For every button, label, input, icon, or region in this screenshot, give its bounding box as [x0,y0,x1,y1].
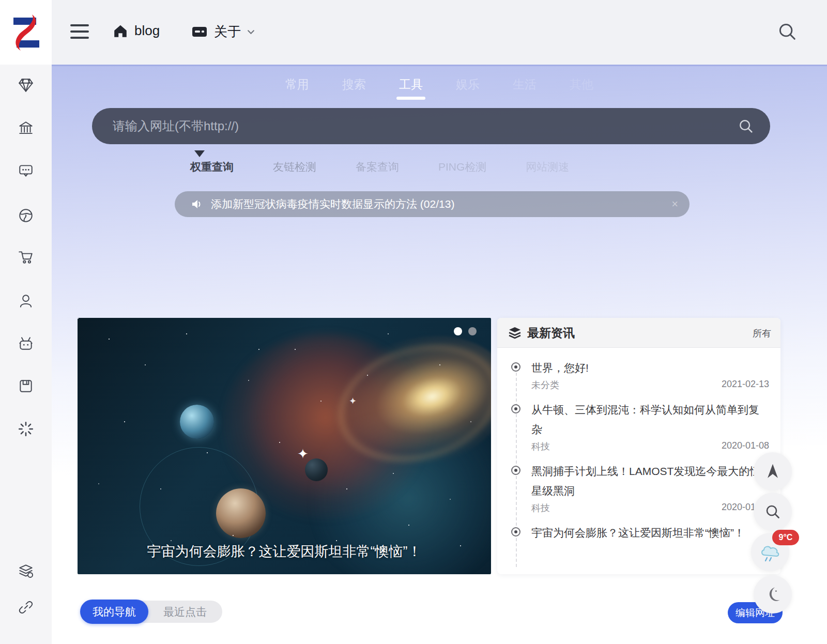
news-item-title: 从牛顿、三体到混沌：科学认知如何从简单到复杂 [531,400,769,439]
robot-tv-icon [18,335,34,352]
cart-icon [18,249,34,265]
about-icon [191,25,208,39]
gem-icon [18,77,34,94]
url-search-submit[interactable] [738,118,754,134]
news-list: 世界，您好! 未分类 2021-02-13 从牛顿、三体到混沌：科学认知如何从简… [497,348,780,574]
main-area: 常用 搜索 工具 娱乐 生活 其他 权重查询 友链检测 备案查询 PING检测 … [52,65,827,644]
sidebar-item-vip[interactable] [17,76,35,94]
star-sparkle: ✦ [349,395,357,407]
news-item[interactable]: 黑洞捕手计划上线！LAMOST发现迄今最大的恒星级黑洞 科技 2020-01-0… [531,462,769,514]
tab-sousuo[interactable]: 搜索 [342,76,366,100]
news-title: 最新资讯 [527,325,575,341]
subtab-friend-links[interactable]: 友链检测 [273,160,316,174]
spinner-burst-icon [18,421,34,437]
timeline-dot-icon [511,362,520,372]
logo-icon [9,13,42,52]
timeline-dot-icon [511,404,520,413]
tool-sub-tabs: 权重查询 友链检测 备案查询 PING检测 网站测速 [190,160,569,174]
chat-bubble-icon [18,162,34,179]
sidebar-item-stack[interactable] [17,562,35,580]
news-item-category: 科技 [531,502,550,514]
header-search-button[interactable] [777,22,798,42]
news-all-link[interactable]: 所有 [753,327,771,340]
bank-icon [18,120,34,136]
subtab-ping-test[interactable]: PING检测 [438,160,486,174]
chevron-down-icon [247,29,255,35]
news-item[interactable]: 世界，您好! 未分类 2021-02-13 [531,358,769,391]
news-card-header: 最新资讯 所有 [497,318,780,348]
back-to-top-button[interactable] [754,452,792,490]
planet-art [180,405,214,439]
tab-yule[interactable]: 娱乐 [456,76,480,100]
sidebar-item-world[interactable] [17,207,35,224]
carousel-slide[interactable]: ✦ ✦ 宇宙为何会膨胀？这让爱因斯坦非常“懊恼”！ [78,318,491,574]
url-input[interactable] [92,119,738,133]
tab-qita[interactable]: 其他 [570,76,593,100]
weather-button[interactable]: 9°C [751,533,789,571]
sidebar [0,0,52,644]
speaker-icon [190,198,203,210]
subtab-weight-query[interactable]: 权重查询 [190,160,234,174]
tab-changyong[interactable]: 常用 [285,76,309,100]
sidebar-item-media[interactable] [17,335,35,352]
news-item[interactable]: 从牛顿、三体到混沌：科学认知如何从简单到复杂 科技 2020-01-08 [531,400,769,453]
carousel-dot-2[interactable] [468,327,477,335]
floppy-save-icon [18,378,34,394]
timeline-dot-icon [511,527,520,536]
news-item-date: 2021-02-13 [722,379,769,391]
search-icon [738,118,754,134]
timeline-dot-icon [511,466,520,475]
news-item-title: 黑洞捕手计划上线！LAMOST发现迄今最大的恒星级黑洞 [531,462,769,501]
url-search-bar [92,108,770,144]
my-navigation-tab[interactable]: 我的导航 [80,600,148,624]
star-sparkle: ✦ [297,446,309,462]
tab-gongju[interactable]: 工具 [399,76,423,100]
home-link[interactable]: blog [113,23,160,39]
about-label: 关于 [214,23,241,41]
carousel-dot-1[interactable] [454,327,462,335]
news-item-title: 宇宙为何会膨胀？这让爱因斯坦非常“懊恼”！ [531,523,769,543]
news-item[interactable]: 宇宙为何会膨胀？这让爱因斯坦非常“懊恼”！ [531,523,769,543]
announcement-banner[interactable]: 添加新型冠状病毒疫情实时数据显示的方法 (02/13) × [175,191,690,217]
sidebar-item-links[interactable] [17,599,35,616]
stars-art [78,318,79,319]
night-mode-button[interactable] [754,575,792,614]
category-tabs: 常用 搜索 工具 娱乐 生活 其他 [52,76,827,100]
news-item-date: 2020-01-08 [722,440,769,453]
top-header: blog 关于 [52,0,827,65]
close-icon[interactable]: × [671,198,678,210]
link-icon [18,599,34,616]
carousel-dots [454,327,477,335]
layers-stack-icon [18,563,34,579]
up-arrow-icon [764,463,782,480]
subtab-speed-test[interactable]: 网站测速 [526,160,569,174]
sidebar-item-loading[interactable] [17,420,35,438]
news-item-category: 未分类 [531,379,559,391]
tab-shenghuo[interactable]: 生活 [513,76,537,100]
sidebar-item-shop[interactable] [17,248,35,266]
page: blog 关于 常用 搜索 工具 娱乐 生活 [0,0,827,644]
announcement-text: 添加新型冠状病毒疫情实时数据显示的方法 (02/13) [211,197,454,211]
layers-icon [508,326,522,342]
temperature-badge: 9°C [772,530,799,545]
news-item-title: 世界，您好! [531,358,769,378]
sidebar-item-bank[interactable] [17,119,35,137]
about-dropdown[interactable]: 关于 [191,23,255,41]
active-tool-pointer [194,150,205,157]
planet-art [216,488,266,538]
latest-news-card: 最新资讯 所有 世界，您好! 未分类 2021-02-13 从牛顿、三体到混沌：… [497,318,780,574]
home-link-label: blog [134,23,160,39]
sidebar-item-chat[interactable] [17,162,35,179]
news-item-category: 科技 [531,440,550,453]
site-logo[interactable] [0,0,52,65]
search-icon [764,503,781,520]
globe-icon [18,207,34,224]
floating-search-button[interactable] [754,493,792,531]
search-icon [777,22,797,41]
sidebar-item-user[interactable] [17,292,35,310]
user-icon [18,293,34,309]
subtab-icp-query[interactable]: 备案查询 [356,160,399,174]
menu-toggle-button[interactable] [70,24,90,40]
carousel-caption: 宇宙为何会膨胀？这让爱因斯坦非常“懊恼”！ [119,541,450,563]
sidebar-item-save[interactable] [17,377,35,395]
